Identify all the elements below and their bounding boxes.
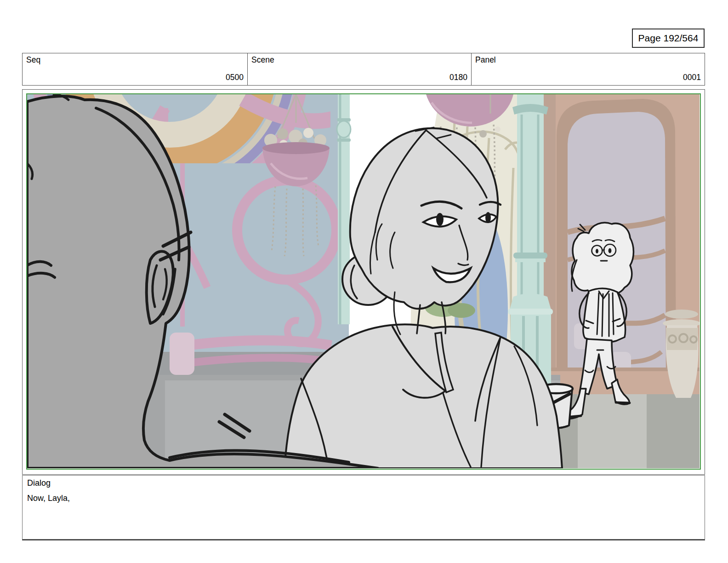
scene-value: 0180 — [251, 73, 467, 82]
panel-value: 0001 — [475, 73, 701, 82]
header-cell-scene: Scene 0180 — [247, 53, 471, 85]
header-cell-panel: Panel 0001 — [471, 53, 705, 85]
header-cell-seq: Seq 0500 — [23, 53, 247, 85]
storyboard-artwork — [27, 94, 700, 468]
dialog-label: Dialog — [27, 478, 700, 488]
page-indicator-label: Page 192/564 — [638, 33, 699, 44]
storyboard-panel-frame — [22, 89, 705, 475]
header-table: Seq 0500 Scene 0180 Panel 0001 — [22, 53, 705, 86]
dialog-box: Dialog Now, Layla, — [22, 475, 705, 540]
seq-value: 0500 — [26, 73, 244, 82]
storyboard-page: { "page": { "indicator": "Page 192/564" … — [0, 0, 728, 563]
scene-label: Scene — [251, 55, 467, 65]
seq-label: Seq — [26, 55, 244, 65]
panel-label: Panel — [475, 55, 701, 65]
storyboard-panel-border — [26, 93, 701, 470]
dialog-text: Now, Layla, — [27, 494, 700, 503]
page-indicator: Page 192/564 — [632, 29, 705, 48]
